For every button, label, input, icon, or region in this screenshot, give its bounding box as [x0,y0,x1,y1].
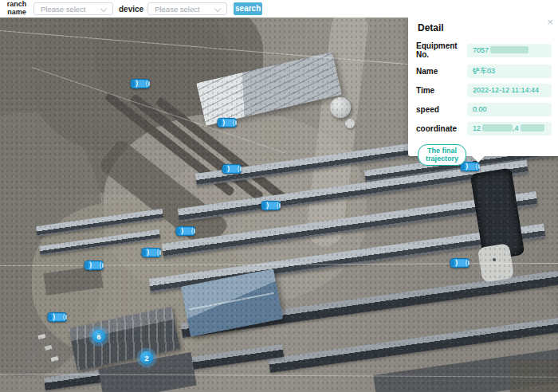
app-screen: ranch name Please select device Please s… [0,0,558,392]
vehicle-marker[interactable] [217,117,238,128]
device-select-placeholder: Please select [148,5,200,14]
vehicle-marker[interactable] [141,247,162,258]
popup-pointer [471,155,485,163]
detail-popup: × Detail Equipment No. 7057 Name 铲车03 Ti… [408,16,558,156]
detail-row-name: Name 铲车03 [415,65,552,78]
time-value: 2022-12-12 11:14:44 [467,84,552,97]
coordinate-value: 12,4 [467,122,552,135]
ranch-select[interactable]: Please select [33,2,113,15]
chevron-down-icon [214,6,221,12]
ranch-select-placeholder: Please select [34,5,86,14]
speed-label: speed [415,105,467,114]
time-label: Time [415,86,467,95]
vehicle-marker[interactable] [47,312,68,323]
detail-row-time: Time 2022-12-12 11:14:44 [415,84,552,97]
redacted-value [482,124,513,131]
vehicle-marker[interactable] [84,260,104,271]
search-button[interactable]: search [234,2,262,15]
vehicle-marker[interactable] [450,257,470,269]
toolbar: ranch name Please select device Please s… [0,0,558,18]
detail-row-speed: speed 0.00 [415,103,552,116]
ranch-name-label: ranch name [5,1,29,17]
cluster-marker[interactable]: 6 [92,330,106,343]
equipment-no-label: Equipment No. [415,41,467,59]
vehicle-marker[interactable] [175,225,196,237]
final-trajectory-button[interactable]: The final trajectory [418,144,466,166]
equipment-no-value: 7057 [467,44,552,57]
vehicle-marker[interactable] [222,163,242,174]
detail-row-equipment: Equipment No. 7057 [415,41,552,59]
redacted-value [521,124,544,131]
coordinate-label: coordinate [415,124,467,133]
ranch-name-line2: name [5,9,29,17]
vehicle-marker[interactable] [261,200,281,211]
cluster-marker[interactable]: 2 [140,351,154,365]
detail-title: Detail [418,22,552,33]
device-select[interactable]: Please select [147,2,227,15]
name-value: 铲车03 [467,65,552,78]
vehicle-marker[interactable] [130,78,151,89]
speed-value: 0.00 [467,103,552,116]
device-label: device [119,5,143,14]
detail-row-coordinate: coordinate 12,4 [415,122,552,135]
redacted-value [490,46,529,53]
chevron-down-icon [100,6,107,12]
name-label: Name [415,67,467,76]
close-icon[interactable]: × [547,17,553,27]
